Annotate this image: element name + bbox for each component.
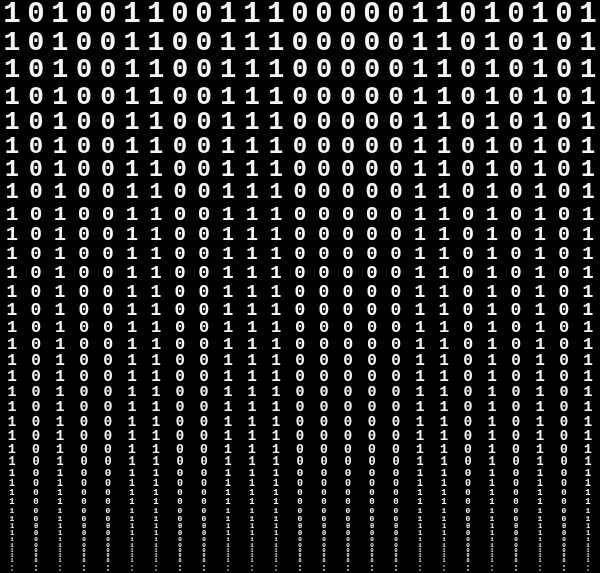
- binary-digit: 1: [144, 353, 168, 369]
- binary-digit: 0: [168, 135, 192, 159]
- binary-digit: 0: [456, 301, 480, 319]
- binary-digit: 1: [576, 135, 600, 159]
- binary-digit: 0: [96, 159, 120, 182]
- binary-digit: 1: [264, 57, 288, 84]
- binary-digit: 0: [24, 336, 48, 353]
- binary-digit: 1: [240, 301, 264, 319]
- binary-digit: 1: [48, 336, 72, 353]
- binary-digit: 0: [336, 429, 360, 443]
- binary-digit: 0: [552, 319, 576, 336]
- binary-digit: 0: [72, 400, 96, 415]
- binary-digit: 1: [216, 415, 240, 429]
- binary-digit: 1: [576, 400, 600, 415]
- binary-digit: 0: [504, 385, 528, 400]
- binary-digit: 0: [288, 264, 312, 283]
- binary-digit: 0: [456, 264, 480, 283]
- binary-digit: 1: [0, 429, 24, 443]
- binary-digit: 0: [72, 283, 96, 301]
- binary-digit: 0: [552, 84, 576, 110]
- binary-digit: 1: [264, 29, 288, 57]
- binary-digit: 0: [552, 353, 576, 369]
- binary-digit: 1: [432, 336, 456, 353]
- binary-digit: 1: [240, 225, 264, 245]
- binary-digit: 0: [384, 319, 408, 336]
- binary-digit: 0: [336, 336, 360, 353]
- binary-digit: 1: [528, 400, 552, 415]
- binary-digit: 1: [120, 353, 144, 369]
- binary-digit: 0: [168, 369, 192, 385]
- binary-digit: 1: [144, 204, 168, 225]
- binary-digit: 1: [432, 135, 456, 159]
- binary-digit: 0: [456, 400, 480, 415]
- binary-digit: 1: [240, 369, 264, 385]
- binary-digit: 1: [264, 301, 288, 319]
- binary-digit: 1: [264, 336, 288, 353]
- binary-digit: 1: [528, 336, 552, 353]
- binary-digit: 0: [288, 159, 312, 182]
- binary-digit: 0: [384, 353, 408, 369]
- binary-digit: 0: [360, 264, 384, 283]
- binary-digit: 1: [576, 84, 600, 110]
- binary-digit: 0: [312, 353, 336, 369]
- binary-digit: 1: [48, 369, 72, 385]
- binary-digit: 1: [48, 0, 72, 29]
- binary-digit: 0: [168, 568, 192, 572]
- binary-digit: 0: [192, 283, 216, 301]
- binary-digit: 0: [504, 319, 528, 336]
- binary-digit: 0: [168, 264, 192, 283]
- binary-digit: 0: [96, 182, 120, 204]
- binary-digit: 0: [24, 0, 48, 29]
- binary-digit: 0: [456, 110, 480, 135]
- binary-digit: 0: [456, 29, 480, 57]
- binary-digit: 0: [24, 429, 48, 443]
- binary-digit: 0: [288, 225, 312, 245]
- binary-digit: 0: [72, 369, 96, 385]
- binary-digit: 1: [48, 400, 72, 415]
- binary-digit: 1: [120, 29, 144, 57]
- binary-digit: 0: [168, 57, 192, 84]
- binary-digit: 0: [312, 336, 336, 353]
- binary-digit: 0: [168, 29, 192, 57]
- binary-digit: 0: [552, 336, 576, 353]
- binary-digit: 0: [96, 264, 120, 283]
- binary-digit: 0: [96, 319, 120, 336]
- binary-digit: 1: [120, 84, 144, 110]
- binary-digit: 0: [168, 415, 192, 429]
- binary-digit: 0: [96, 110, 120, 135]
- binary-digit: 1: [120, 319, 144, 336]
- binary-digit: 1: [528, 204, 552, 225]
- binary-digit: 1: [216, 57, 240, 84]
- binary-digit: 1: [0, 204, 24, 225]
- binary-digit: 0: [552, 225, 576, 245]
- binary-digit: 1: [240, 264, 264, 283]
- binary-digit: 0: [336, 110, 360, 135]
- binary-digit: 1: [432, 29, 456, 57]
- binary-digit: 1: [48, 204, 72, 225]
- binary-digit: 1: [0, 264, 24, 283]
- binary-digit: 1: [528, 319, 552, 336]
- binary-digit: 1: [264, 159, 288, 182]
- binary-digit: 1: [0, 29, 24, 57]
- binary-digit: 1: [576, 182, 600, 204]
- binary-digit: 0: [336, 415, 360, 429]
- binary-digit: 0: [72, 429, 96, 443]
- binary-digit: 0: [360, 319, 384, 336]
- binary-digit: 0: [336, 29, 360, 57]
- binary-digit: 0: [24, 84, 48, 110]
- binary-digit: 1: [240, 319, 264, 336]
- binary-digit: 1: [216, 110, 240, 135]
- binary-digit: 0: [72, 204, 96, 225]
- binary-digit: 1: [144, 135, 168, 159]
- binary-digit: 1: [216, 283, 240, 301]
- binary-digit: 1: [528, 110, 552, 135]
- binary-digit: 1: [408, 415, 432, 429]
- binary-digit: 0: [24, 110, 48, 135]
- binary-digit: 0: [456, 204, 480, 225]
- binary-digit: 0: [552, 429, 576, 443]
- binary-digit: 1: [408, 353, 432, 369]
- binary-digit: 0: [456, 415, 480, 429]
- binary-digit: 1: [264, 429, 288, 443]
- binary-digit: 1: [408, 84, 432, 110]
- binary-digit: 1: [240, 135, 264, 159]
- binary-digit: 0: [24, 568, 48, 572]
